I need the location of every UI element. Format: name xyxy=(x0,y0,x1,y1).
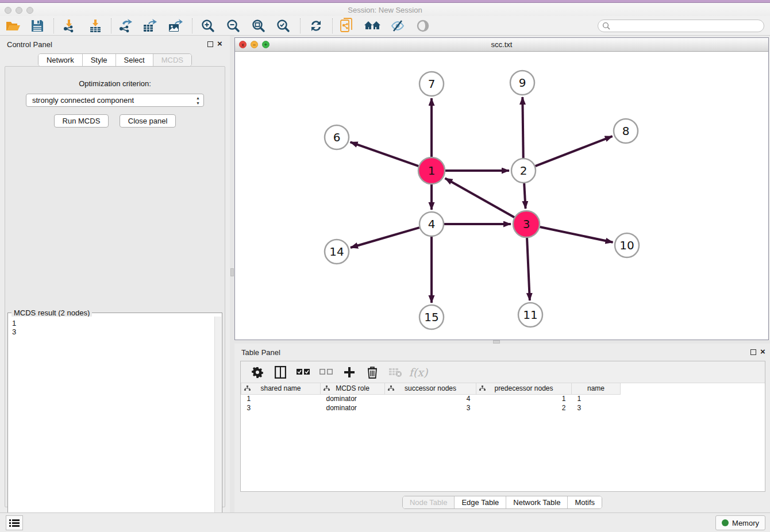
edge-3-10[interactable] xyxy=(540,227,613,242)
cell-predecessor-nodes[interactable]: 1 xyxy=(476,394,572,403)
add-column-button[interactable] xyxy=(342,365,357,380)
zoom-out-button[interactable] xyxy=(222,18,244,34)
memory-status-icon xyxy=(722,519,729,526)
graph-node-7[interactable]: 7 xyxy=(419,72,444,96)
mcds-result-text[interactable]: 1 3 xyxy=(9,317,214,532)
graph-node-10[interactable]: 10 xyxy=(615,233,639,257)
graph-node-3[interactable]: 3 xyxy=(513,211,540,237)
cell-predecessor-nodes[interactable]: 2 xyxy=(476,403,572,413)
graph-node-9[interactable]: 9 xyxy=(510,71,534,95)
tab-network-table[interactable]: Network Table xyxy=(506,496,568,508)
cell-shared-name[interactable]: 1 xyxy=(241,394,321,403)
mcds-panel-body: Optimization criterion: strongly connect… xyxy=(5,66,225,507)
tab-network[interactable]: Network xyxy=(38,54,83,66)
tab-node-table[interactable]: Node Table xyxy=(403,496,455,508)
graph-node-8[interactable]: 8 xyxy=(614,119,638,143)
column-header-mcds-role[interactable]: MCDS role xyxy=(321,383,385,394)
edge-2-3[interactable] xyxy=(524,183,525,209)
refresh-layout-button[interactable] xyxy=(305,18,327,34)
graph-node-2[interactable]: 2 xyxy=(511,159,536,183)
tab-select[interactable]: Select xyxy=(116,54,153,66)
delete-column-button[interactable] xyxy=(365,365,380,380)
network-window-titlebar[interactable]: x − + scc.txt xyxy=(235,38,768,52)
table-row[interactable]: 3 dominator 3 2 3 xyxy=(241,403,621,413)
zoom-selected-button[interactable] xyxy=(272,18,294,34)
export-image-icon xyxy=(168,19,183,33)
node-table[interactable]: shared name MCDS role successor nodes pr… xyxy=(241,383,621,413)
edge-3-11[interactable] xyxy=(527,238,530,300)
graph-node-4[interactable]: 4 xyxy=(419,212,444,236)
tree-icon xyxy=(244,385,251,391)
tab-style[interactable]: Style xyxy=(83,54,116,66)
memory-button[interactable]: Memory xyxy=(715,515,765,530)
toolbar-separator xyxy=(332,18,333,33)
open-session-button[interactable] xyxy=(2,18,24,34)
graph-node-15[interactable]: 15 xyxy=(419,305,444,329)
svg-text:7: 7 xyxy=(428,77,436,91)
export-network-button[interactable] xyxy=(114,18,136,34)
tab-mcds[interactable]: MCDS xyxy=(153,54,191,66)
edge-2-8[interactable] xyxy=(536,136,613,166)
zoom-in-icon xyxy=(201,19,215,33)
cell-shared-name[interactable]: 3 xyxy=(241,403,321,413)
tab-motifs[interactable]: Motifs xyxy=(568,496,602,508)
edge-4-14[interactable] xyxy=(351,228,419,248)
export-table-button[interactable] xyxy=(139,18,161,34)
hide-selected-button[interactable] xyxy=(387,18,409,34)
vertical-splitter[interactable] xyxy=(230,36,234,512)
float-panel-icon[interactable] xyxy=(750,349,756,355)
cell-name[interactable]: 3 xyxy=(572,403,621,413)
column-header-predecessor-nodes[interactable]: predecessor nodes xyxy=(476,383,572,394)
show-all-button[interactable] xyxy=(412,18,434,34)
run-mcds-button[interactable]: Run MCDS xyxy=(54,114,109,128)
edges[interactable] xyxy=(351,97,613,303)
export-image-button[interactable] xyxy=(164,18,186,34)
cell-successor-nodes[interactable]: 4 xyxy=(385,394,476,403)
zoom-fit-button[interactable] xyxy=(248,18,270,34)
import-table-button[interactable] xyxy=(84,18,106,34)
edge-2-9[interactable] xyxy=(522,97,523,158)
close-panel-icon[interactable]: × xyxy=(760,346,765,356)
cell-mcds-role[interactable]: dominator xyxy=(321,403,385,413)
tab-edge-table[interactable]: Edge Table xyxy=(455,496,506,508)
mcds-result-line: 3 xyxy=(12,327,211,336)
table-settings-button[interactable] xyxy=(250,365,265,380)
import-network-button[interactable] xyxy=(58,18,80,34)
search-box[interactable] xyxy=(598,20,764,32)
mcds-result-title: MCDS result (2 nodes) xyxy=(11,309,92,317)
svg-text:15: 15 xyxy=(424,310,438,324)
close-panel-button[interactable]: Close panel xyxy=(120,114,176,128)
save-session-button[interactable] xyxy=(26,18,48,34)
network-canvas[interactable]: 7968124314101511 xyxy=(235,52,768,340)
task-history-button[interactable] xyxy=(6,515,23,530)
column-header-successor-nodes[interactable]: successor nodes xyxy=(385,383,476,394)
graph-node-6[interactable]: 6 xyxy=(325,125,349,149)
cell-successor-nodes[interactable]: 3 xyxy=(385,403,476,413)
plus-icon xyxy=(344,367,355,378)
edge-1-6[interactable] xyxy=(351,142,419,166)
column-header-shared-name[interactable]: shared name xyxy=(241,383,321,394)
clone-network-button[interactable] xyxy=(336,18,358,34)
criterion-dropdown[interactable]: strongly connected component ▲▼ xyxy=(26,94,204,107)
float-panel-icon[interactable] xyxy=(207,41,213,47)
function-builder-button[interactable]: f(x) xyxy=(411,365,426,380)
mcds-scrollbar[interactable] xyxy=(214,317,221,532)
zoom-in-button[interactable] xyxy=(197,18,219,34)
graph-node-11[interactable]: 11 xyxy=(518,303,542,327)
cell-name[interactable]: 1 xyxy=(572,394,621,403)
table-panel: Table Panel × f(x) shared name M xyxy=(234,344,770,511)
column-layout-button[interactable] xyxy=(273,365,288,380)
delete-table-button[interactable] xyxy=(388,365,403,380)
close-panel-icon[interactable]: × xyxy=(217,38,222,48)
column-header-name[interactable]: name xyxy=(572,383,621,394)
deselect-all-columns-button[interactable] xyxy=(319,365,334,380)
cell-mcds-role[interactable]: dominator xyxy=(321,394,385,403)
edge-3-1[interactable] xyxy=(445,178,515,217)
table-row[interactable]: 1 dominator 4 1 1 xyxy=(241,394,621,403)
graph-node-1[interactable]: 1 xyxy=(418,157,445,184)
first-neighbors-button[interactable] xyxy=(361,18,383,34)
graph-node-14[interactable]: 14 xyxy=(325,240,349,264)
search-input[interactable] xyxy=(613,22,764,30)
splitter-grip[interactable] xyxy=(230,268,234,276)
select-all-columns-button[interactable] xyxy=(296,365,311,380)
